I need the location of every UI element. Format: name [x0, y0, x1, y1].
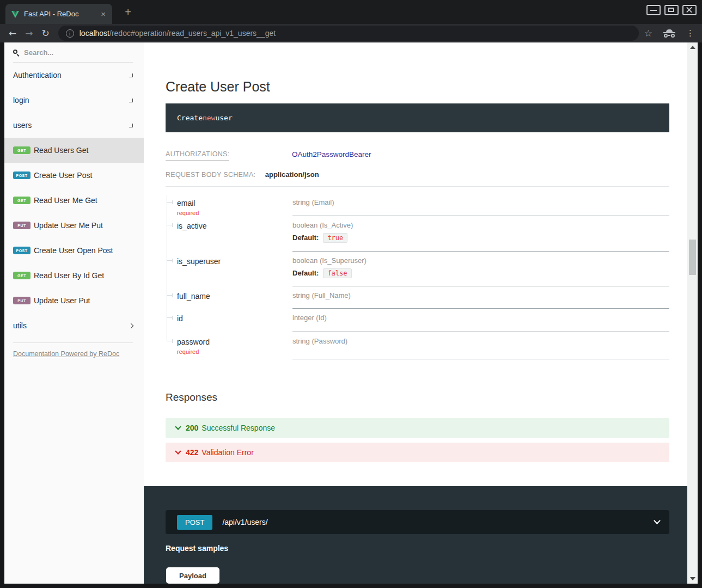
sidebar-item-login[interactable]: login — [4, 88, 144, 113]
field-type-cell: string (Email) — [292, 193, 669, 216]
bookmark-star-icon[interactable]: ☆ — [644, 28, 652, 39]
sidebar-item-utils[interactable]: utils — [4, 313, 144, 338]
field-name: id — [177, 314, 183, 323]
operation-label: Create User Open Post — [34, 246, 113, 255]
browser-tab[interactable]: Fast API - ReDoc × — [5, 4, 112, 24]
window-minimize-button[interactable] — [646, 5, 661, 15]
url-host: localhost — [80, 29, 109, 38]
http-method-badge: PUT — [13, 297, 30, 304]
operation-label: Read User Me Get — [34, 196, 97, 205]
scrollbar-down-arrow[interactable] — [690, 577, 695, 580]
description-highlight: new — [203, 114, 215, 122]
tab-close-icon[interactable]: × — [100, 10, 107, 18]
field-required-flag: required — [177, 210, 292, 216]
chevron-right-icon — [129, 99, 133, 102]
schema-field-row: password required string (Password) — [166, 332, 669, 359]
operation-label: Read User By Id Get — [34, 271, 104, 280]
field-type: boolean (Is_Active) — [292, 221, 669, 229]
request-body-media-type: application/json — [265, 170, 319, 179]
sidebar-operation-item[interactable]: GET Read User By Id Get — [4, 263, 144, 288]
field-name-cell: id — [166, 309, 292, 332]
field-name: password — [177, 338, 210, 346]
sidebar-operation-item[interactable]: GET Read User Me Get — [4, 188, 144, 213]
browser-menu-icon[interactable]: ⋮ — [686, 28, 694, 38]
field-type: boolean (Is_Superuser) — [292, 256, 669, 265]
schema-field-row: id integer (Id) — [166, 309, 669, 332]
field-name: is_active — [177, 222, 206, 230]
search-icon — [13, 50, 19, 56]
chevron-down-icon — [175, 448, 181, 454]
field-type: string (Email) — [292, 198, 669, 206]
redoc-favicon-icon — [11, 10, 20, 19]
sidebar-operations: GET Read Users Get POST Create User Post… — [4, 138, 144, 313]
forward-button-icon[interactable]: → — [25, 28, 33, 39]
scrollbar-up-arrow[interactable] — [690, 46, 695, 49]
payload-tab[interactable]: Payload — [166, 567, 219, 584]
sidebar-operation-item[interactable]: PUT Update User Me Put — [4, 213, 144, 238]
field-default: Default:true — [292, 233, 669, 243]
response-label: Successful Response — [202, 424, 275, 432]
field-type-cell: integer (Id) — [292, 309, 669, 332]
address-bar[interactable]: i localhost/redoc#operation/read_users_a… — [58, 26, 639, 41]
field-default-label: Default: — [292, 234, 319, 242]
scrollbar-thumb[interactable] — [689, 240, 696, 275]
sidebar: Authentication login users GET Read User… — [4, 42, 144, 584]
sidebar-item-users[interactable]: users — [4, 113, 144, 138]
field-default-value: true — [323, 233, 347, 243]
chevron-icon — [129, 74, 133, 77]
http-method-badge: POST — [177, 515, 212, 530]
field-name-cell: password required — [166, 332, 292, 359]
field-type-cell: boolean (Is_Superuser) Default:false — [292, 252, 669, 286]
page-scrollbar[interactable] — [687, 42, 698, 584]
page-info-icon[interactable]: i — [66, 29, 74, 38]
authorizations-label: AUTHORIZATIONS: — [166, 150, 292, 161]
oauth2-link[interactable]: OAuth2PasswordBearer — [292, 150, 371, 158]
request-panel: POST /api/v1/users/ Request samples Payl… — [144, 486, 687, 584]
field-type: string (Password) — [292, 337, 669, 345]
field-required-flag: required — [177, 348, 292, 355]
response-label: Validation Error — [202, 448, 253, 457]
window-close-button[interactable] — [682, 5, 697, 15]
sidebar-operation-item[interactable]: POST Create User Open Post — [4, 238, 144, 263]
chevron-down-icon — [129, 124, 133, 127]
request-body-label: REQUEST BODY SCHEMA: — [166, 171, 255, 179]
sidebar-section-label: users — [13, 121, 129, 130]
operation-label: Update User Put — [34, 296, 90, 305]
field-default-label: Default: — [292, 269, 319, 277]
page-title: Create User Post — [166, 79, 270, 95]
incognito-icon — [663, 29, 675, 38]
sidebar-operation-item[interactable]: PUT Update User Put — [4, 288, 144, 313]
field-name-cell: full_name — [166, 286, 292, 309]
field-name: email — [177, 199, 195, 207]
operation-label: Read Users Get — [34, 146, 88, 155]
schema-field-row: full_name string (Full_Name) — [166, 286, 669, 309]
sidebar-item-authentication[interactable]: Authentication — [4, 63, 144, 88]
reload-button-icon[interactable]: ↻ — [42, 28, 50, 39]
field-default: Default:false — [292, 268, 669, 278]
http-method-badge: PUT — [13, 222, 30, 229]
description-text: Create — [177, 114, 203, 122]
endpoint-dropdown[interactable]: POST /api/v1/users/ — [166, 510, 669, 534]
sidebar-divider — [13, 342, 133, 343]
http-method-badge: POST — [13, 171, 30, 179]
http-method-badge: POST — [13, 247, 30, 254]
chevron-right-icon — [129, 323, 134, 328]
field-default-value: false — [323, 268, 351, 278]
search-input[interactable] — [24, 48, 111, 57]
tab-strip: Fast API - ReDoc × + — [0, 0, 702, 24]
sidebar-section-label: login — [13, 96, 129, 105]
response-banner[interactable]: 422 Validation Error — [166, 443, 669, 462]
operation-description-code: Create new user — [166, 103, 669, 132]
window-maximize-button[interactable] — [664, 5, 679, 15]
http-method-badge: GET — [13, 272, 30, 279]
back-button-icon[interactable]: ← — [9, 28, 16, 39]
response-banner[interactable]: 200 Successful Response — [166, 418, 669, 438]
sidebar-section-label: Authentication — [13, 71, 129, 79]
new-tab-button[interactable]: + — [121, 5, 135, 19]
redoc-footer-link[interactable]: Documentation Powered by ReDoc — [13, 350, 119, 358]
sidebar-operation-item[interactable]: POST Create User Post — [4, 163, 144, 188]
field-type-cell: boolean (Is_Active) Default:true — [292, 216, 669, 252]
schema-field-row: is_active boolean (Is_Active) Default:tr… — [166, 216, 669, 252]
sidebar-operation-item[interactable]: GET Read Users Get — [4, 138, 144, 163]
authorizations-row: AUTHORIZATIONS: OAuth2PasswordBearer — [166, 150, 669, 161]
